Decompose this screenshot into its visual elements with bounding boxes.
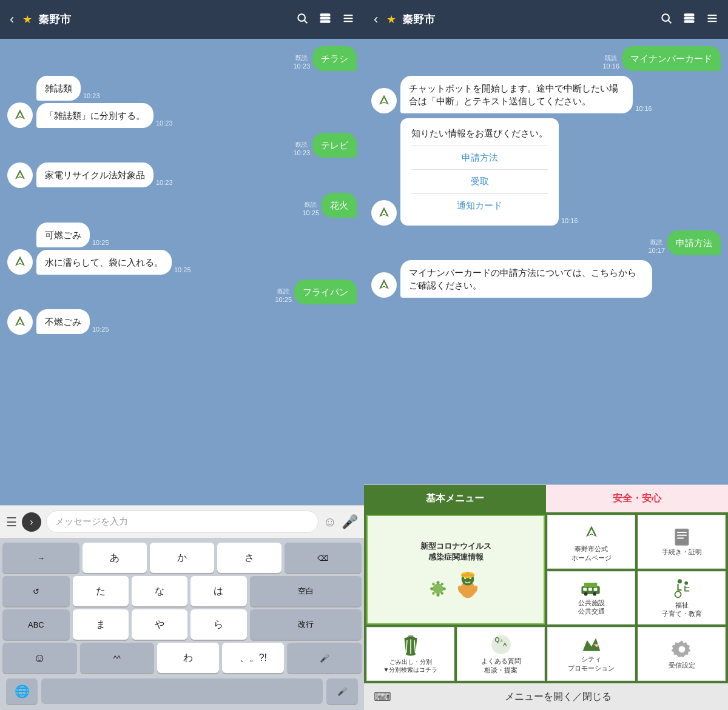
avatar-right1 [371, 88, 397, 113]
keyboard-icon: ⌨ [374, 689, 391, 704]
kbd-mic-bottom[interactable]: 🎤 [326, 678, 358, 704]
welfare-label: 福祉子育て・教育 [662, 601, 702, 618]
menu-cell-city[interactable]: シティプロモーション [547, 627, 635, 681]
kbd-caret[interactable]: ^^ [80, 643, 155, 673]
msg-terebi: 既読 10:23 テレビ [7, 133, 357, 158]
tab-basic-menu[interactable]: 基本メニュー [364, 485, 546, 512]
kbd-sa[interactable]: さ [217, 543, 281, 573]
left-search-icon[interactable] [296, 12, 308, 27]
svg-rect-14 [685, 14, 694, 16]
avatar-right2 [371, 200, 397, 226]
bubble-chatbot-text: チャットボットを開始します。途中で中断したい場合は「中断」とテキスト送信してくだ… [400, 76, 633, 113]
msg-mynumber: 既読 10:16 マイナンバーカード [371, 46, 721, 71]
kbd-ra[interactable]: ら [190, 609, 246, 640]
left-star-icon[interactable]: ★ [22, 13, 32, 26]
bubble-hanabi: 花火 [322, 193, 357, 218]
svg-point-31 [441, 592, 443, 595]
svg-point-51 [593, 592, 596, 596]
kbd-ya[interactable]: や [132, 609, 187, 640]
menu-cell-garbage[interactable]: ごみ出し・分別▼分別検索はコチラ [366, 627, 454, 681]
corona-title: 新型コロナウイルス感染症関連情報 [420, 541, 491, 563]
kbd-ka[interactable]: か [150, 543, 214, 573]
right-list-icon[interactable] [683, 12, 695, 27]
kbd-globe[interactable]: 🌐 [6, 678, 38, 704]
input-mic-icon[interactable]: 🎤 [342, 514, 358, 530]
kbd-emoji[interactable]: ☺ [2, 643, 77, 673]
settings-label: 受信設定 [669, 661, 695, 669]
bubble-chirashi: チラシ [312, 46, 357, 71]
faq-icon: Q & A [491, 634, 511, 655]
input-menu-icon[interactable]: ☰ [6, 515, 17, 529]
kbd-row-4: ☺ ^^ わ 、。?! 🎤 [2, 643, 362, 673]
mascot-icon [452, 568, 484, 599]
kbd-na[interactable]: な [132, 576, 187, 606]
faq-label: よくある質問相談・提案 [481, 657, 521, 674]
option-notice-card[interactable]: 通知カード [411, 193, 548, 218]
kbd-space-bar[interactable] [41, 678, 323, 704]
right-header-icons [660, 12, 718, 27]
menu-cell-welfare[interactable]: 福祉子育て・教育 [638, 571, 726, 625]
bubble-frypan: フライパン [294, 280, 357, 304]
svg-point-25 [443, 587, 446, 590]
bubble-zasshirui-desc: 「雑誌類」に分別する。 [36, 103, 153, 128]
right-back-button[interactable]: ‹ [374, 12, 378, 27]
menu-cell-facility[interactable]: 公共施設公共交通 [547, 571, 635, 625]
msg-zasshirui: 雑誌類 10:23 「雑誌類」に分別する。 10:23 [7, 76, 357, 128]
input-emoji-icon[interactable]: ☺ [323, 514, 337, 530]
left-back-button[interactable]: ‹ [10, 12, 14, 27]
option-receive[interactable]: 受取 [411, 169, 548, 193]
avatar-left1 [7, 102, 33, 128]
kbd-return[interactable]: 改行 [250, 609, 362, 640]
bubble-kanen-desc: 水に濡らして、袋に入れる。 [36, 250, 172, 275]
message-input[interactable]: メッセージを入力 [46, 511, 318, 533]
bubble-mynumber: マイナンバーカード [622, 46, 721, 71]
left-menu-icon[interactable] [342, 12, 354, 27]
menu-cell-settings[interactable]: 受信設定 [638, 627, 726, 681]
menu-cell-corona[interactable]: 新型コロナウイルス感染症関連情報 [366, 515, 545, 625]
option-apply[interactable]: 申請方法 [411, 146, 548, 170]
menu-cell-procedure[interactable]: 手続き・証明 [638, 515, 726, 569]
garbage-icon [400, 635, 421, 657]
kbd-wa[interactable]: わ [157, 643, 219, 673]
right-search-icon[interactable] [660, 12, 672, 27]
options-card: 知りたい情報をお選びください。 申請方法 受取 通知カード [400, 118, 559, 226]
left-panel: ‹ ★ 秦野市 既読 10:23 チラシ [0, 0, 364, 710]
tab-safety[interactable]: 安全・安心 [546, 485, 728, 512]
left-title: 秦野市 [38, 12, 290, 27]
svg-rect-47 [588, 588, 592, 591]
kbd-ta[interactable]: た [73, 576, 129, 606]
svg-rect-41 [675, 529, 688, 546]
kbd-backspace[interactable]: ⌫ [285, 543, 362, 573]
svg-rect-16 [685, 21, 694, 22]
svg-rect-15 [685, 17, 694, 19]
left-list-icon[interactable] [319, 12, 331, 27]
input-arrow-button[interactable]: › [22, 512, 41, 532]
kbd-abc[interactable]: ABC [2, 609, 70, 640]
msg-funen: 不燃ごみ 10:25 [7, 309, 357, 335]
kbd-mic[interactable]: 🎤 [287, 643, 362, 673]
menu-tabs: 基本メニュー 安全・安心 [364, 485, 728, 512]
kbd-ma[interactable]: ま [73, 609, 129, 640]
kbd-a[interactable]: あ [83, 543, 147, 573]
kbd-punct[interactable]: 、。?! [222, 643, 284, 673]
kbd-space[interactable]: 空白 [250, 576, 362, 606]
bubble-terebi: テレビ [312, 133, 357, 158]
menu-cell-homepage[interactable]: 泰野市公式ホームページ [547, 515, 635, 569]
kbd-arrow[interactable]: → [2, 543, 79, 573]
garbage-label: ごみ出し・分別▼分別検索はコチラ [383, 658, 438, 674]
menu-bottom-bar[interactable]: ⌨ メニューを開く／閉じる [364, 683, 728, 710]
kbd-ha[interactable]: は [190, 576, 246, 606]
avatar-left2 [7, 162, 33, 188]
right-header: ‹ ★ 秦野市 [364, 0, 728, 39]
msg-frypan: 既読 10:25 フライパン [7, 280, 357, 304]
svg-rect-48 [593, 588, 597, 591]
kbd-undo[interactable]: ↺ [2, 576, 70, 606]
svg-line-13 [669, 20, 672, 23]
virus-icon [428, 578, 448, 599]
svg-rect-2 [321, 14, 330, 16]
right-star-icon[interactable]: ★ [386, 13, 396, 26]
svg-point-12 [662, 14, 669, 21]
menu-cell-faq[interactable]: Q & A よくある質問相談・提案 [457, 627, 545, 681]
right-chat-area: 既読 10:16 マイナンバーカード チャットボットを開始します。途中で中断した… [364, 39, 728, 484]
right-menu-icon[interactable] [706, 12, 718, 27]
